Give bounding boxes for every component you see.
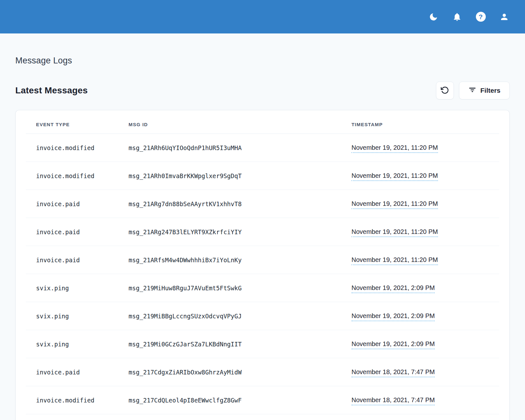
timestamp-value[interactable]: November 18, 2021, 7:47 PM [351,396,435,405]
timestamp-cell: November 19, 2021, 2:09 PM [351,302,499,330]
timestamp-cell: November 19, 2021, 2:09 PM [351,330,499,358]
column-header-event-type: Event Type [26,110,129,134]
timestamp-cell: November 19, 2021, 11:20 PM [351,134,499,162]
column-header-timestamp: Timestamp [351,110,499,134]
message-table-body: invoice.modified msg_21ARh6UqYIOoQdnP1hU… [26,134,499,414]
event-type-cell: svix.ping [26,302,129,330]
timestamp-cell: November 19, 2021, 11:20 PM [351,246,499,274]
user-icon[interactable] [499,11,510,22]
section-header: Latest Messages Filte [15,82,510,99]
messages-table: Event Type Msg ID Timestamp invoice.modi… [26,110,499,414]
msg-id-cell: msg_219Mi0GCzGJarSZa7LKBdNngIIT [129,330,351,358]
main-content: Message Logs Latest Messages [0,56,525,420]
msg-id-cell: msg_21ARg7dn88bSeAAyrtKV1xhhvT8 [129,190,351,218]
timestamp-cell: November 19, 2021, 11:20 PM [351,162,499,190]
event-type-cell: invoice.paid [26,190,129,218]
timestamp-value[interactable]: November 19, 2021, 11:20 PM [351,256,438,265]
timestamp-value[interactable]: November 19, 2021, 11:20 PM [351,144,438,153]
table-header-row: Event Type Msg ID Timestamp [26,110,499,134]
timestamp-cell: November 19, 2021, 2:09 PM [351,274,499,302]
timestamp-value[interactable]: November 19, 2021, 11:20 PM [351,228,438,237]
msg-id-cell: msg_21ARfsM4w4DWwhhhiBx7iYoLnKy [129,246,351,274]
timestamp-value[interactable]: November 19, 2021, 2:09 PM [351,284,435,293]
msg-id-cell: msg_21ARg247B3lELYRT9XZkrfciYIY [129,218,351,246]
refresh-icon [441,86,449,95]
table-row[interactable]: invoice.modified msg_21ARh0ImvaBrKKWpglx… [26,162,499,190]
timestamp-value[interactable]: November 19, 2021, 11:20 PM [351,200,438,209]
event-type-cell: invoice.paid [26,246,129,274]
page-title: Message Logs [15,56,510,66]
msg-id-cell: msg_217CdQLeol4pI8eEWwclfgZ8GwF [129,386,351,414]
timestamp-value[interactable]: November 19, 2021, 11:20 PM [351,172,438,181]
event-type-cell: invoice.modified [26,134,129,162]
msg-id-cell: msg_21ARh6UqYIOoQdnP1hUR5I3uMHA [129,134,351,162]
timestamp-value[interactable]: November 19, 2021, 2:09 PM [351,340,435,349]
column-header-msg-id: Msg ID [129,110,351,134]
filter-lines-icon [468,86,477,96]
event-type-cell: svix.ping [26,274,129,302]
help-glyph: ? [476,12,486,22]
table-row[interactable]: invoice.modified msg_217CdQLeol4pI8eEWwc… [26,386,499,414]
timestamp-cell: November 18, 2021, 7:47 PM [351,358,499,386]
table-row[interactable]: invoice.modified msg_21ARh6UqYIOoQdnP1hU… [26,134,499,162]
event-type-cell: invoice.modified [26,386,129,414]
msg-id-cell: msg_21ARh0ImvaBrKKWpglxer9SgDqT [129,162,351,190]
timestamp-cell: November 19, 2021, 11:20 PM [351,190,499,218]
filters-button-label: Filters [480,87,500,94]
topbar: ? [0,0,525,33]
table-row[interactable]: invoice.paid msg_21ARg7dn88bSeAAyrtKV1xh… [26,190,499,218]
bell-icon[interactable] [452,11,462,22]
table-row[interactable]: svix.ping msg_219Mi0GCzGJarSZa7LKBdNngII… [26,330,499,358]
moon-icon[interactable] [428,11,439,22]
section-title: Latest Messages [15,85,88,96]
table-row[interactable]: invoice.paid msg_217CdgxZiARIbOxw8GhrzAy… [26,358,499,386]
timestamp-value[interactable]: November 19, 2021, 2:09 PM [351,312,435,321]
msg-id-cell: msg_219MiHuw8RguJ7AVuEmt5FtSwkG [129,274,351,302]
timestamp-value[interactable]: November 18, 2021, 7:47 PM [351,368,435,377]
timestamp-cell: November 18, 2021, 7:47 PM [351,386,499,414]
event-type-cell: invoice.paid [26,358,129,386]
table-row[interactable]: svix.ping msg_219MiBBgLccngSUzxOdcvqVPyG… [26,302,499,330]
table-row[interactable]: invoice.paid msg_21ARg247B3lELYRT9XZkrfc… [26,218,499,246]
filters-button[interactable]: Filters [459,82,510,99]
event-type-cell: invoice.modified [26,162,129,190]
msg-id-cell: msg_217CdgxZiARIbOxw8GhrzAyMidW [129,358,351,386]
messages-card: Event Type Msg ID Timestamp invoice.modi… [15,110,510,420]
event-type-cell: svix.ping [26,330,129,358]
msg-id-cell: msg_219MiBBgLccngSUzxOdcvqVPyGJ [129,302,351,330]
table-row[interactable]: invoice.paid msg_21ARfsM4w4DWwhhhiBx7iYo… [26,246,499,274]
event-type-cell: invoice.paid [26,218,129,246]
table-controls: Filters [436,82,510,99]
refresh-button[interactable] [436,82,454,99]
timestamp-cell: November 19, 2021, 11:20 PM [351,218,499,246]
help-icon[interactable]: ? [475,11,486,22]
table-row[interactable]: svix.ping msg_219MiHuw8RguJ7AVuEmt5FtSwk… [26,274,499,302]
